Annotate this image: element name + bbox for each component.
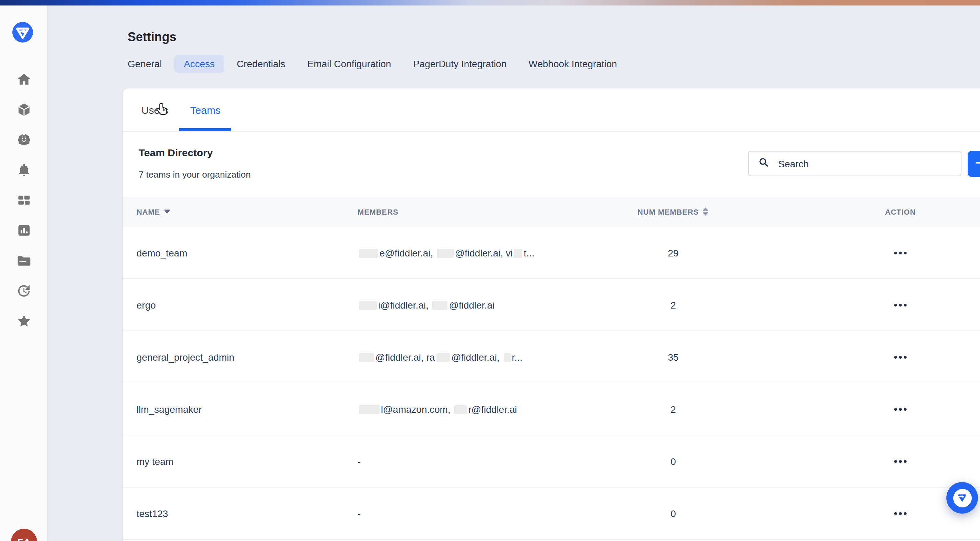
- bookmarks-icon: [16, 313, 31, 328]
- access-card: UsersTeams Team Directory 7 teams in you…: [123, 89, 980, 541]
- subtab-users[interactable]: Users: [142, 89, 179, 131]
- redacted-text: [359, 353, 374, 362]
- projects-icon: [16, 253, 31, 268]
- row-action: [806, 508, 911, 519]
- subtab-teams[interactable]: Teams: [179, 89, 231, 131]
- num-members: 0: [670, 455, 676, 466]
- column-label: NUM MEMBERS: [638, 208, 699, 216]
- ellipsis-menu-button[interactable]: [890, 508, 911, 519]
- tab-general[interactable]: General: [128, 58, 162, 69]
- models-icon: [16, 102, 31, 117]
- tab-pagerduty-integration[interactable]: PagerDuty Integration: [413, 58, 506, 69]
- team-directory-header: Team Directory 7 teams in your organizat…: [123, 132, 980, 197]
- ellipsis-menu-button[interactable]: [890, 299, 911, 310]
- team-members: @fiddler.ai, ra@fiddler.ai, r...: [358, 351, 625, 362]
- table-header: NAMEMEMBERSNUM MEMBERSACTION: [123, 197, 980, 227]
- sidebar-item-models[interactable]: [16, 102, 31, 117]
- ellipsis-menu-button[interactable]: [890, 455, 911, 466]
- page-title: Settings: [128, 30, 177, 44]
- sidebar-item-home[interactable]: [16, 72, 31, 87]
- row-action: [806, 403, 911, 414]
- column-header-members[interactable]: MEMBERS: [358, 208, 625, 216]
- analytics-icon: [16, 223, 31, 238]
- sidebar-item-projects[interactable]: [16, 253, 31, 268]
- redacted-text: [359, 405, 380, 414]
- section-title: Team Directory: [138, 147, 213, 159]
- table-body: demo_teame@fiddler.ai, @fiddler.ai, vit.…: [123, 227, 980, 539]
- search-input[interactable]: [777, 157, 961, 170]
- settings-tabs: GeneralAccessCredentialsEmail Configurat…: [128, 54, 617, 73]
- sidebar-item-analytics[interactable]: [16, 223, 31, 238]
- team-members: i@fiddler.ai, @fiddler.ai: [358, 299, 625, 310]
- sort-down-icon: [163, 208, 171, 216]
- team-members: e@fiddler.ai, @fiddler.ai, vit...: [358, 247, 625, 258]
- ellipsis-menu-button[interactable]: [890, 351, 911, 362]
- table-row: llm_sagemakerl@amazon.com, r@fiddler.ai2: [123, 383, 980, 435]
- ai-icon: [16, 132, 31, 148]
- column-label: ACTION: [885, 208, 916, 216]
- sidebar-item-notifications[interactable]: [16, 162, 31, 178]
- team-name: general_project_admin: [137, 351, 358, 362]
- team-name: my team: [137, 455, 358, 466]
- team-name: demo_team: [137, 247, 358, 258]
- num-members: 2: [670, 299, 676, 310]
- search-box[interactable]: [748, 151, 961, 176]
- tab-access[interactable]: Access: [174, 55, 224, 73]
- column-header-num-members[interactable]: NUM MEMBERS: [638, 207, 709, 217]
- tab-webhook-integration[interactable]: Webhook Integration: [528, 58, 617, 69]
- sidebar-item-dashboards[interactable]: [16, 193, 31, 208]
- redacted-text: [455, 405, 467, 414]
- team-name: ergo: [137, 299, 358, 310]
- num-members: 35: [668, 351, 678, 362]
- column-header-name[interactable]: NAME: [137, 208, 358, 216]
- section-subtitle: 7 teams in your organization: [138, 169, 251, 180]
- num-members: 29: [668, 247, 678, 258]
- fiddler-chat-fab[interactable]: [947, 482, 978, 514]
- sidebar: FA: [0, 5, 48, 541]
- redacted-text: [436, 353, 450, 362]
- redacted-text: [359, 301, 377, 309]
- redacted-text: [359, 249, 378, 257]
- tab-credentials[interactable]: Credentials: [237, 58, 285, 69]
- team-members: -: [358, 455, 625, 466]
- fiddler-chat-icon: [953, 489, 971, 507]
- row-action: [806, 299, 911, 310]
- sidebar-item-ai[interactable]: [16, 132, 31, 148]
- plus-icon: [975, 157, 980, 171]
- user-avatar[interactable]: FA: [11, 529, 37, 541]
- dashboards-icon: [16, 193, 31, 208]
- num-members: 0: [670, 508, 676, 519]
- sidebar-item-history[interactable]: [16, 283, 31, 298]
- ellipsis-menu-button[interactable]: [890, 247, 911, 258]
- row-action: [806, 455, 911, 466]
- redacted-text: [503, 353, 510, 362]
- history-icon: [16, 283, 31, 298]
- column-label: NAME: [137, 208, 160, 216]
- team-members: -: [358, 508, 625, 519]
- search-icon: [758, 156, 770, 171]
- sidebar-item-bookmarks[interactable]: [16, 313, 31, 328]
- column-label: MEMBERS: [358, 208, 398, 216]
- ellipsis-menu-button[interactable]: [890, 403, 911, 414]
- row-action: [806, 351, 911, 362]
- table-row: test123-0: [123, 487, 980, 539]
- num-members: 2: [670, 403, 676, 414]
- sort-both-icon: [702, 207, 709, 217]
- app-screen: FA Settings GeneralAccessCredentialsEmai…: [0, 0, 980, 541]
- team-name: llm_sagemaker: [137, 403, 358, 414]
- table-row: my team-0: [123, 435, 980, 487]
- team-name: test123: [137, 508, 358, 519]
- fiddler-logo-icon[interactable]: [12, 22, 33, 43]
- access-subtabs: UsersTeams: [123, 89, 980, 132]
- sidebar-nav: [0, 72, 47, 328]
- add-team-button[interactable]: [968, 151, 980, 177]
- redacted-text: [437, 249, 453, 257]
- home-icon: [16, 72, 31, 87]
- column-header-action[interactable]: ACTION: [800, 208, 916, 216]
- redacted-text: [433, 301, 448, 309]
- top-accent-bar: [0, 0, 980, 5]
- row-action: [806, 247, 911, 258]
- tab-email-configuration[interactable]: Email Configuration: [307, 58, 391, 69]
- table-row: ergoi@fiddler.ai, @fiddler.ai2: [123, 279, 980, 331]
- team-members: l@amazon.com, r@fiddler.ai: [358, 403, 625, 414]
